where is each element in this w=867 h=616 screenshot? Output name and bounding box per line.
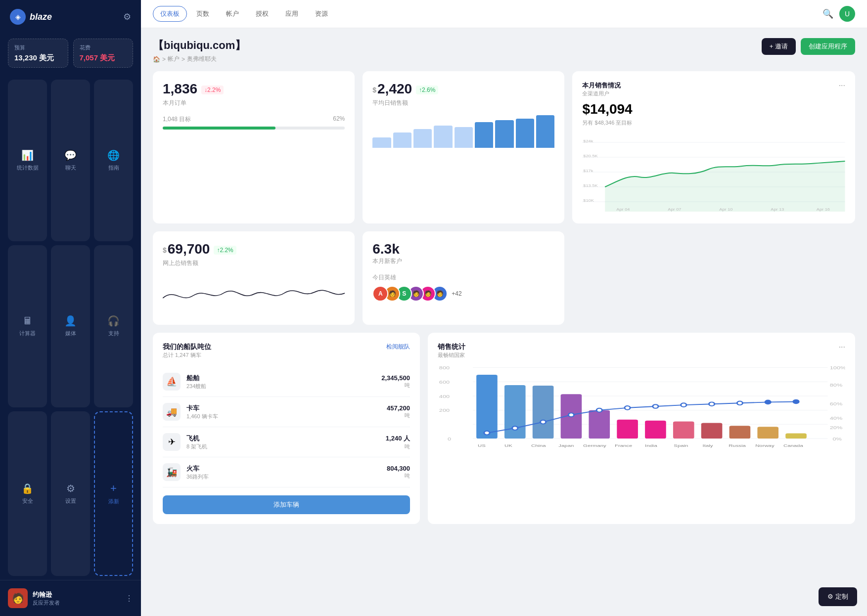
line-chart-area: $24k $20.5K $17k $13.5K $10K Apr 04 Apr …: [582, 132, 845, 214]
tab-resources[interactable]: 资源: [308, 6, 335, 22]
support-icon: 🎧: [107, 315, 120, 327]
dot-russia: [737, 401, 742, 405]
chart-title-block: 销售统计 最畅销国家: [438, 343, 465, 359]
sidebar-item-guide[interactable]: 🌐 指南: [94, 80, 133, 241]
view-team-link[interactable]: 检阅舰队: [386, 343, 410, 351]
tab-pages[interactable]: 页数: [189, 6, 217, 22]
bar-italy: [701, 423, 723, 439]
svg-text:Apr 04: Apr 04: [617, 207, 630, 212]
invite-button[interactable]: + 邀请: [762, 38, 796, 55]
user-avatar: 🧑: [8, 588, 28, 608]
guide-icon: 🌐: [107, 149, 120, 161]
top-nav-actions: 🔍 U: [822, 6, 855, 22]
customize-button[interactable]: ⚙ 定制: [819, 587, 857, 606]
fleet-info-ship: 船舶 234艘船: [186, 374, 375, 390]
progress-bar: [163, 127, 345, 130]
fleet-item-truck: 🚚 卡车 1,460 辆卡车 457,200 吨: [163, 397, 410, 427]
fleet-unit-train: 吨: [387, 472, 410, 480]
page-title: 【biqubiqu.com】: [153, 38, 246, 53]
fleet-count-truck: 1,460 辆卡车: [186, 413, 381, 420]
sidebar-item-media[interactable]: 👤 媒体: [51, 245, 90, 407]
nav-grid: 📊 统计数据 💬 聊天 🌐 指南 🖩 计算器 👤 媒体 🎧 支持 🔒 安全 ⚙: [0, 76, 141, 580]
main: 仪表板 页数 帐户 授权 应用 资源 🔍 U 【biqubiqu.com】 🏠 …: [141, 0, 867, 616]
total-sales-header: $ 69,700 ↑2.2%: [163, 241, 345, 259]
media-label: 媒体: [65, 330, 76, 337]
search-icon[interactable]: 🔍: [822, 8, 833, 19]
plane-icon: ✈: [163, 433, 181, 451]
add-icon: +: [110, 482, 117, 495]
sales-title-block: 本月销售情况 全渠道用户: [582, 81, 621, 97]
sidebar-header: ◈ blaze ⚙: [0, 0, 141, 34]
add-label: 添新: [108, 498, 119, 505]
sales-target: 另有 $48,346 至目标: [582, 119, 845, 127]
total-value: 69,700: [168, 241, 210, 257]
budget-card: 预算 13,230 美元: [8, 39, 68, 68]
fleet-info-plane: 飞机 8 架飞机: [186, 434, 380, 450]
wave-chart-svg: [163, 273, 345, 313]
sidebar-settings-icon[interactable]: ⚙: [123, 11, 131, 22]
calc-label: 计算器: [19, 330, 36, 337]
svg-text:20%: 20%: [830, 425, 843, 430]
new-customers-card: 6.3k 本月新客户 今日英雄 A 🧑 S 🧑 🧑 🧑 +42: [363, 231, 564, 325]
sidebar-item-security[interactable]: 🔒 安全: [8, 411, 47, 576]
fleet-val-plane: 1,240 人: [386, 434, 410, 443]
bar-7: [495, 120, 513, 148]
tab-dashboard[interactable]: 仪表板: [153, 6, 187, 22]
bottom-row: 我们的船队吨位 总计 1,247 辆车 检阅舰队 ⛵ 船舶 234艘船 2,34…: [153, 333, 855, 524]
tab-auth[interactable]: 授权: [248, 6, 276, 22]
tab-accounts[interactable]: 帐户: [219, 6, 246, 22]
security-icon: 🔒: [21, 483, 34, 494]
progress-label: 1,048 目标 62%: [163, 115, 345, 124]
total-label: 网上总销售额: [163, 259, 345, 267]
budget-cards: 预算 13,230 美元 花费 7,057 美元: [0, 34, 141, 76]
svg-text:100%: 100%: [830, 365, 845, 370]
fleet-info-train: 火车 36路列车: [186, 464, 381, 481]
fleet-subtitle: 总计 1,247 辆车: [163, 352, 211, 359]
sidebar-item-add[interactable]: + 添新: [94, 411, 133, 576]
fleet-unit-truck: 吨: [387, 412, 410, 419]
nav-tabs: 仪表板 页数 帐户 授权 应用 资源: [153, 6, 335, 22]
fleet-card: 我们的船队吨位 总计 1,247 辆车 检阅舰队 ⛵ 船舶 234艘船 2,34…: [153, 333, 420, 524]
svg-text:US: US: [478, 443, 486, 448]
fleet-header: 我们的船队吨位 总计 1,247 辆车 检阅舰队: [163, 343, 410, 359]
breadcrumb-current: 奥弗维耶夫: [187, 55, 217, 63]
dot-france: [625, 406, 630, 410]
sidebar-item-chat[interactable]: 💬 聊天: [51, 80, 90, 241]
tab-apps[interactable]: 应用: [278, 6, 306, 22]
add-vehicle-button[interactable]: 添加车辆: [163, 495, 410, 514]
orders-badge: ↓2.2%: [201, 86, 224, 94]
svg-text:France: France: [615, 443, 632, 448]
sidebar-footer: 🧑 约翰逊 反应开发者 ⋮: [0, 580, 141, 616]
settings-label: 设置: [65, 497, 76, 505]
create-app-button[interactable]: 创建应用程序: [801, 38, 855, 55]
orders-card: 1,836 ↓2.2% 本月订单 1,048 目标 62%: [153, 71, 355, 223]
sidebar-item-calc[interactable]: 🖩 计算器: [8, 245, 47, 407]
content-area: 【biqubiqu.com】 🏠 > 帐户 > 奥弗维耶夫 + 邀请 创建应用程…: [141, 28, 867, 616]
chart-more-icon[interactable]: ···: [839, 343, 845, 352]
sidebar-item-support[interactable]: 🎧 支持: [94, 245, 133, 407]
sales-stats-card: 销售统计 最畅销国家 ··· 800 600 400: [428, 333, 855, 524]
svg-text:Apr 13: Apr 13: [771, 207, 784, 212]
dot-norway: [765, 400, 771, 404]
train-icon: 🚂: [163, 463, 181, 481]
sales-title: 本月销售情况: [582, 81, 621, 90]
fleet-val-train: 804,300: [387, 465, 410, 472]
sales-more-icon[interactable]: ···: [839, 81, 845, 90]
hero-avatars: A 🧑 S 🧑 🧑 🧑 +42: [372, 286, 554, 302]
dot-spain: [681, 403, 686, 407]
sidebar-item-stats[interactable]: 📊 统计数据: [8, 80, 47, 241]
svg-text:60%: 60%: [830, 401, 843, 406]
svg-text:$24k: $24k: [584, 139, 594, 143]
more-icon[interactable]: ⋮: [125, 594, 133, 603]
second-row: $ 69,700 ↑2.2% 网上总销售额 6.3k 本月新客户: [153, 231, 855, 325]
wave-chart-area: [163, 273, 345, 315]
expense-card: 花费 7,057 美元: [73, 39, 134, 68]
logo-icon: ◈: [10, 9, 26, 25]
fleet-title-block: 我们的船队吨位 总计 1,247 辆车: [163, 343, 211, 359]
daily-dollar: $: [372, 86, 376, 94]
bar-4: [434, 126, 452, 148]
breadcrumb-sep2: >: [182, 56, 185, 63]
svg-text:80%: 80%: [830, 383, 843, 387]
bar-russia: [730, 426, 751, 439]
sidebar-item-settings[interactable]: ⚙ 设置: [51, 411, 90, 576]
